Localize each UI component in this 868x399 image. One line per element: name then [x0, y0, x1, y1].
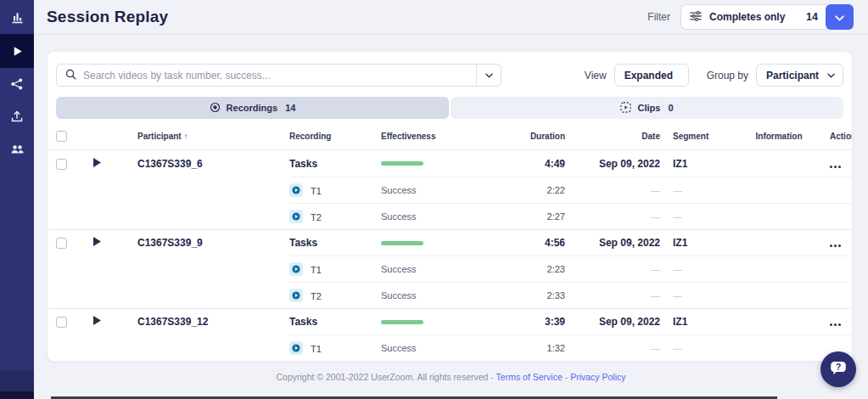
column-information[interactable]: Information [728, 132, 830, 141]
task-play-icon[interactable] [289, 210, 303, 223]
copyright-text: Copyright © 2001-2022 UserZoom. All righ… [277, 372, 494, 382]
task-row: T2Success2:33—— [48, 282, 852, 308]
record-icon [210, 102, 221, 115]
task-date-empty: — [565, 185, 660, 195]
play-recording-button[interactable] [92, 236, 102, 247]
task-play-icon[interactable] [289, 289, 303, 302]
task-segment-empty: — [660, 185, 728, 195]
bar-chart-icon [10, 10, 25, 25]
segment-value: IZ1 [660, 158, 728, 170]
tab-count: 14 [285, 103, 295, 113]
search-icon [65, 68, 76, 83]
recording-name: Tasks [289, 316, 381, 328]
sidebar-item-participants[interactable] [0, 132, 34, 165]
task-duration: 2:33 [512, 290, 565, 301]
footer-separator: - [565, 372, 568, 382]
task-name-cell[interactable]: T1 [289, 340, 381, 356]
select-all-checkbox[interactable] [56, 131, 67, 142]
chevron-down-icon [485, 73, 493, 78]
column-actions: Actions [830, 132, 852, 141]
effectiveness-cell [381, 161, 512, 166]
chevron-down-icon [827, 73, 835, 78]
row-checkbox[interactable] [56, 317, 67, 328]
task-effectiveness: Success [381, 290, 512, 301]
actions-cell [830, 235, 852, 250]
task-name-cell[interactable]: T1 [289, 261, 381, 277]
group-by-select[interactable]: Participant [756, 64, 843, 87]
segment-value: IZ1 [660, 316, 728, 328]
task-play-icon[interactable] [289, 262, 303, 276]
task-effectiveness: Success [381, 211, 512, 222]
task-duration: 1:32 [512, 343, 565, 353]
view-controls: View Expanded Group by Participant [585, 64, 843, 87]
search-options-button[interactable] [477, 65, 501, 86]
recording-name: Tasks [289, 237, 381, 249]
filter-dropdown-button[interactable] [826, 4, 854, 30]
task-row: T1Success2:22—— [48, 177, 852, 203]
search-input[interactable] [83, 70, 476, 81]
sidebar-item-upload[interactable] [0, 100, 34, 132]
column-segment[interactable]: Segment [660, 132, 728, 141]
participant-id: C1367S339_6 [129, 158, 289, 170]
share-icon [10, 77, 24, 91]
task-row: T1Success2:23—— [48, 256, 852, 282]
effectiveness-bar [381, 161, 423, 166]
play-recording-button[interactable] [92, 157, 102, 168]
svg-text:?: ? [836, 362, 841, 372]
date-value: Sep 09, 2022 [565, 158, 660, 170]
task-effectiveness: Success [381, 264, 512, 274]
more-actions-button[interactable] [830, 241, 841, 250]
task-date-empty: — [565, 211, 660, 222]
task-name-cell[interactable]: T2 [289, 288, 381, 303]
sidebar-item-analytics[interactable] [0, 0, 34, 34]
task-name-cell[interactable]: T2 [289, 209, 381, 224]
more-actions-button[interactable] [830, 162, 841, 171]
filter-value: Completes only [709, 11, 785, 23]
privacy-policy-link[interactable]: Privacy Policy [570, 372, 625, 382]
sliders-icon [690, 9, 702, 25]
play-recording-button[interactable] [92, 315, 102, 326]
sidebar-item-session-replay[interactable] [0, 34, 34, 68]
media-tabs: Recordings 14 Clips 0 [56, 97, 843, 119]
sidebar-item-share[interactable] [0, 68, 34, 100]
play-icon [11, 45, 24, 58]
duration-value: 3:39 [512, 316, 565, 328]
task-row-divider [289, 177, 852, 177]
column-date[interactable]: Date [565, 132, 660, 141]
terms-of-service-link[interactable]: Terms of Service [496, 372, 563, 382]
task-play-icon[interactable] [289, 183, 303, 197]
task-play-icon[interactable] [289, 341, 303, 355]
group-by-value: Participant [766, 70, 819, 81]
effectiveness-bar [381, 241, 423, 245]
view-select[interactable]: Expanded [614, 64, 689, 87]
task-date-empty: — [565, 343, 660, 353]
view-value: Expanded [624, 70, 673, 81]
row-checkbox[interactable] [56, 238, 67, 249]
tab-clips[interactable]: Clips 0 [451, 97, 843, 119]
date-value: Sep 09, 2022 [565, 316, 660, 328]
row-play-cell [78, 156, 129, 171]
help-button[interactable]: ? [820, 351, 856, 387]
row-checkbox-cell [48, 156, 78, 171]
filter-control: Filter Completes only 14 [647, 4, 854, 30]
row-checkbox[interactable] [56, 159, 67, 170]
help-bubble-icon: ? [827, 357, 849, 382]
chevron-down-icon [835, 11, 844, 24]
footer: Copyright © 2001-2022 UserZoom. All righ… [34, 372, 868, 382]
task-segment-empty: — [660, 290, 728, 301]
column-recording[interactable]: Recording [289, 132, 381, 141]
task-label: T1 [311, 343, 322, 353]
column-participant[interactable]: Participant ↑ [129, 132, 289, 141]
more-actions-button[interactable] [830, 320, 841, 329]
tab-recordings[interactable]: Recordings 14 [56, 97, 449, 119]
view-label: View [585, 70, 607, 81]
column-duration[interactable]: Duration [512, 132, 565, 141]
column-effectiveness[interactable]: Effectiveness [381, 132, 512, 141]
task-name-cell[interactable]: T1 [289, 183, 381, 198]
upload-icon [10, 110, 24, 123]
page-title: Session Replay [47, 8, 168, 26]
filter-pill[interactable]: Completes only 14 [680, 4, 826, 30]
recording-row: C1367S339_12Tasks3:39Sep 09, 2022IZ1 [48, 308, 852, 334]
task-segment-empty: — [660, 264, 728, 274]
task-row-divider [289, 203, 852, 204]
